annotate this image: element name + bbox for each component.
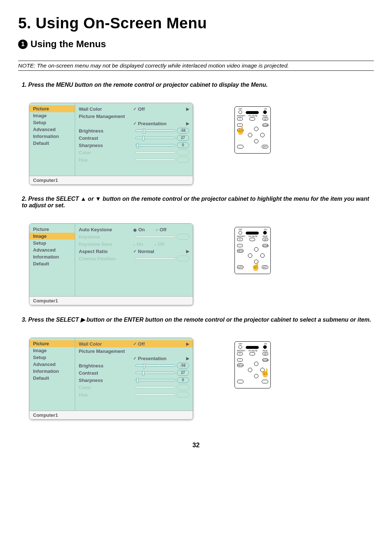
- wallcolor-value: Off: [138, 106, 174, 112]
- remote-dpad-down: [254, 374, 258, 378]
- sharpness-row[interactable]: Sharpness 0: [79, 376, 189, 384]
- remote-page-label: PAGE: [262, 115, 268, 117]
- sidebar-item[interactable]: Default: [29, 260, 75, 267]
- remote-dpad-right: [260, 133, 265, 137]
- picturemgmt-value: Presentation: [138, 356, 174, 361]
- remote-power-label: [246, 111, 259, 114]
- hue-row: Hue: [79, 156, 189, 163]
- keystone-label: Keystone: [79, 234, 133, 240]
- sharpness-slider[interactable]: [135, 379, 175, 381]
- picturemgmt-label: Picture Management: [79, 114, 133, 119]
- sharpness-slider[interactable]: [135, 144, 175, 146]
- step-1-text: 1. Press the MENU button on the remote c…: [22, 82, 374, 88]
- brightness-slider[interactable]: [135, 130, 175, 132]
- remote-off-button: [238, 110, 242, 114]
- remote-on-label: ON: [264, 343, 267, 345]
- remote-picmute-button: [249, 352, 255, 355]
- remote-magnify-minus-button: −: [237, 358, 243, 362]
- menu-footer: Computer1: [29, 296, 193, 305]
- picturemgmt-value-row[interactable]: ✓ Presentation ▶: [79, 120, 189, 127]
- remote-menu-button: MENU: [237, 249, 244, 253]
- remote-dpad-up: [254, 362, 258, 366]
- color-row: Color: [79, 149, 189, 156]
- remote-dpad: [248, 247, 265, 264]
- aspect-row[interactable]: Aspect Ratio ✓ Normal ▶: [79, 248, 189, 255]
- sidebar-item[interactable]: Image: [29, 112, 75, 119]
- sidebar-item[interactable]: Advanced: [29, 247, 75, 253]
- autokeystone-label: Auto Keystone: [79, 227, 133, 232]
- color-row: Color: [79, 384, 189, 391]
- remote-off-label: OFF: [238, 343, 242, 345]
- remote-power-label: [246, 232, 259, 235]
- remote-menu-button: MENU: [237, 363, 244, 367]
- remote-off-button: [238, 345, 242, 349]
- check-icon: ✓: [133, 342, 136, 346]
- brightness-slider[interactable]: [135, 364, 175, 367]
- picturemgmt-row[interactable]: Picture Management: [79, 113, 189, 120]
- sidebar-item[interactable]: Default: [29, 140, 75, 147]
- cinema-label: Cinema Position: [79, 256, 133, 261]
- sharpness-row[interactable]: Sharpness 0: [79, 142, 189, 149]
- picturemgmt-row[interactable]: Picture Management: [79, 347, 189, 355]
- picturemgmt-value-row[interactable]: ✓ Presentation ▶: [79, 355, 189, 362]
- sidebar-item[interactable]: Information: [29, 253, 75, 260]
- sidebar-item[interactable]: Advanced: [29, 361, 75, 368]
- menu-sidebar-1: Picture Image Setup Advanced Information…: [29, 103, 75, 176]
- contrast-value: 27: [177, 370, 189, 376]
- check-icon: ✓: [133, 356, 136, 361]
- remote-page-up-button: UP: [262, 117, 268, 121]
- sidebar-item[interactable]: Image: [29, 233, 75, 240]
- sidebar-item[interactable]: Setup: [29, 354, 75, 361]
- remote-picmute-button: [249, 238, 255, 241]
- sidebar-item[interactable]: Picture: [29, 105, 75, 112]
- contrast-row[interactable]: Contrast 27: [79, 134, 189, 142]
- sidebar-item[interactable]: Image: [29, 347, 75, 354]
- sidebar-item[interactable]: Information: [29, 368, 75, 375]
- sidebar-item[interactable]: Picture: [29, 340, 75, 347]
- check-icon: ✓: [133, 121, 136, 126]
- aspect-label: Aspect Ratio: [79, 249, 133, 254]
- hue-label: Hue: [79, 392, 133, 398]
- menu-panel-2: Picture Image Setup Advanced Information…: [29, 223, 193, 305]
- menu-main-3: Wall Color ✓ Off ▶ Picture Management ✓ …: [75, 338, 193, 411]
- remote-dpad-left: [248, 368, 252, 372]
- wallcolor-row[interactable]: Wall Color ✓ Off ▶: [75, 340, 193, 347]
- contrast-slider[interactable]: [135, 372, 175, 374]
- sidebar-item[interactable]: Picture: [29, 226, 75, 233]
- remote-dpad-left: [248, 133, 252, 137]
- remote-control-diagram: OFF ON MAGNIFY PIC-MUTE PAGE + UP − DOWN…: [234, 106, 271, 154]
- sidebar-item[interactable]: Setup: [29, 119, 75, 126]
- check-icon: ✓: [133, 249, 136, 254]
- remote-auto-button: AUTO: [237, 265, 244, 269]
- sidebar-item[interactable]: Default: [29, 375, 75, 382]
- remote-dpad: [248, 362, 265, 378]
- chapter-title: 5. Using On-Screen Menu: [18, 15, 374, 32]
- remote-off-label: OFF: [238, 108, 242, 110]
- section-title: Using the Menus: [30, 38, 106, 50]
- autokeystone-row[interactable]: Auto Keystone On Off: [79, 226, 189, 233]
- sidebar-item[interactable]: Setup: [29, 240, 75, 247]
- remote-menu-button: MENU: [237, 129, 244, 132]
- remote-dpad-up: [254, 247, 258, 252]
- remote-page-down-button: DOWN: [262, 123, 268, 127]
- step-2-text: 2. Press the SELECT ▲ or ▼ button on the…: [22, 196, 374, 209]
- hue-slider: [135, 159, 175, 161]
- sidebar-item[interactable]: Advanced: [29, 126, 75, 133]
- remote-off-button: [238, 231, 242, 235]
- remote-exit-button: [262, 380, 268, 383]
- remote-auto-button: [237, 380, 244, 383]
- brightness-row[interactable]: Brightness -56: [79, 127, 189, 134]
- sidebar-item[interactable]: Information: [29, 133, 75, 140]
- hue-value-empty: [177, 392, 189, 398]
- picturemgmt-value: Presentation: [138, 121, 174, 126]
- remote-dpad-down: [254, 260, 258, 264]
- brightness-value: -56: [177, 128, 189, 134]
- contrast-slider[interactable]: [135, 137, 175, 139]
- triangle-right-icon: ▶: [186, 121, 189, 126]
- remote-dpad: [248, 127, 265, 143]
- contrast-row[interactable]: Contrast 27: [79, 369, 189, 376]
- remote-magnify-minus-button: −: [237, 244, 243, 247]
- wallcolor-row[interactable]: Wall Color ✓ Off ▶: [79, 105, 189, 113]
- remote-page-label: PAGE: [262, 235, 268, 237]
- brightness-row[interactable]: Brightness -56: [79, 362, 189, 369]
